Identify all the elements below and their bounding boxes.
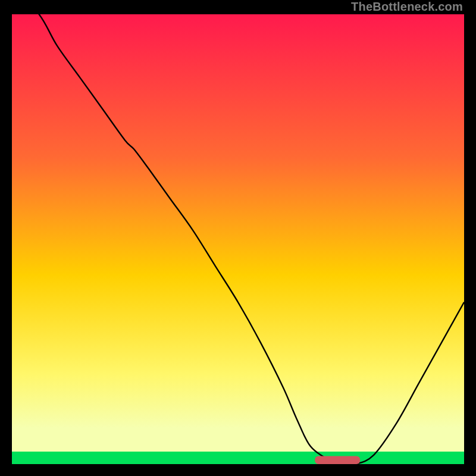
attribution-text: TheBottleneck.com xyxy=(351,0,463,14)
plot-background xyxy=(12,14,464,464)
optimal-range-marker xyxy=(315,456,360,464)
chart-svg xyxy=(12,14,464,464)
